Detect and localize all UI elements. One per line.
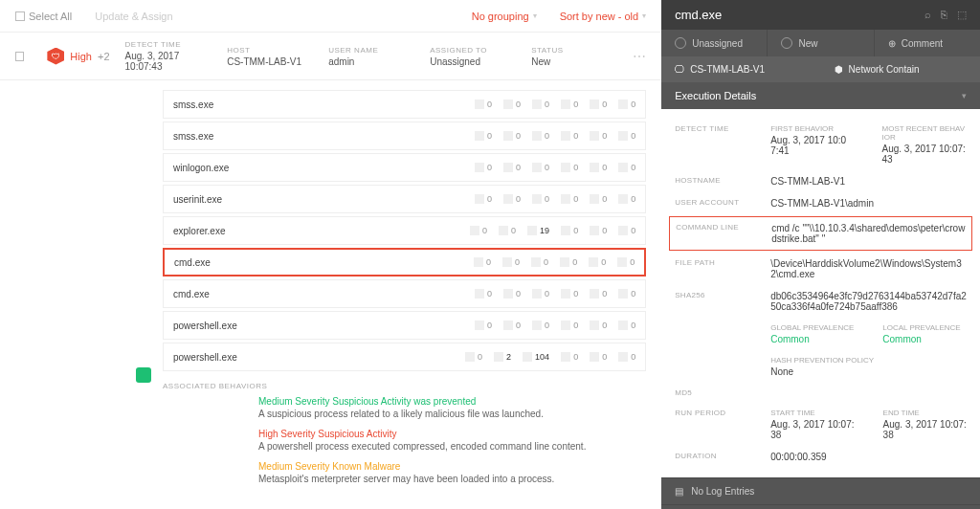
row-checkbox[interactable] <box>15 52 24 61</box>
stat-item: 0 <box>618 226 635 235</box>
svg-rect-49 <box>494 352 503 362</box>
user-icon <box>675 37 686 49</box>
svg-rect-11 <box>618 131 628 141</box>
severity-badge-icon: 🛡 <box>47 48 64 65</box>
svg-rect-46 <box>590 321 599 330</box>
behavior-title: Medium Severity Known Malware <box>258 461 646 472</box>
stat-item: 0 <box>590 100 607 109</box>
process-row[interactable]: powershell.exe000000 <box>163 311 646 340</box>
svg-rect-47 <box>618 321 628 330</box>
grouping-dropdown[interactable]: No grouping▾ <box>464 7 545 26</box>
stat-item: 0 <box>561 100 578 109</box>
svg-rect-22 <box>590 194 599 204</box>
stat-item: 0 <box>532 100 549 109</box>
process-name: cmd.exe <box>173 289 475 299</box>
svg-rect-3 <box>561 100 570 109</box>
stat-item: 0 <box>618 352 635 362</box>
stat-item: 0 <box>590 194 607 204</box>
stat-item: 0 <box>475 194 492 204</box>
hierarchy-icon[interactable]: ⬚ <box>957 9 967 21</box>
copy-icon[interactable]: ⎘ <box>941 9 947 21</box>
svg-rect-17 <box>618 163 628 172</box>
select-all-button[interactable]: Select All <box>8 7 79 26</box>
stat-item: 0 <box>502 257 520 267</box>
process-row[interactable]: explorer.exe0019000 <box>163 216 646 245</box>
stat-item: 0 <box>475 321 492 330</box>
stat-item: 0 <box>503 321 521 330</box>
file-details[interactable]: ▦File Details <box>661 504 980 509</box>
svg-rect-27 <box>561 226 570 235</box>
stat-item: 19 <box>527 226 549 235</box>
process-row[interactable]: smss.exe000000 <box>163 90 646 119</box>
search-icon[interactable]: ⌕ <box>924 9 931 21</box>
svg-rect-21 <box>561 194 570 204</box>
svg-rect-34 <box>589 257 598 267</box>
stat-item: 0 <box>618 321 635 330</box>
svg-rect-23 <box>618 194 628 204</box>
svg-rect-9 <box>561 131 570 141</box>
host-cell[interactable]: 🖵CS-TMM-LAB-V1 <box>661 56 820 82</box>
process-row[interactable]: powershell.exe02104000 <box>163 343 646 371</box>
stat-item: 0 <box>561 194 578 204</box>
process-row[interactable]: userinit.exe000000 <box>163 185 646 213</box>
stat-item: 104 <box>523 352 549 362</box>
svg-rect-51 <box>561 352 570 362</box>
monitor-icon: 🖵 <box>675 64 684 75</box>
stat-item: 0 <box>590 163 607 172</box>
svg-rect-18 <box>475 194 484 204</box>
behavior-item[interactable]: Medium Severity Known MalwareMetasploit'… <box>258 461 646 484</box>
stat-item: 0 <box>617 257 635 267</box>
extra-count: +2 <box>98 51 110 62</box>
no-log-entries[interactable]: ▤No Log Entries <box>661 477 980 504</box>
behavior-item[interactable]: Medium Severity Suspicious Activity was … <box>258 396 646 419</box>
more-menu[interactable]: ⋯ <box>633 49 646 64</box>
behavior-item[interactable]: High Severity Suspicious ActivityA power… <box>258 429 646 452</box>
log-icon: ▤ <box>675 486 683 497</box>
stat-item: 0 <box>590 352 607 362</box>
svg-rect-16 <box>590 163 599 172</box>
stat-item: 0 <box>475 131 492 141</box>
process-row[interactable]: winlogon.exe000000 <box>163 153 646 182</box>
svg-rect-48 <box>465 352 475 362</box>
svg-rect-14 <box>532 163 542 172</box>
process-row[interactable]: smss.exe000000 <box>163 122 646 150</box>
svg-rect-35 <box>617 257 627 267</box>
contain-cell[interactable]: ⬢Network Contain <box>821 56 980 82</box>
svg-rect-30 <box>474 257 483 267</box>
svg-rect-50 <box>523 352 532 362</box>
update-assign-button[interactable]: Update & Assign <box>87 7 180 26</box>
stat-item: 0 <box>503 289 521 299</box>
svg-rect-33 <box>560 257 569 267</box>
stat-item: 0 <box>618 163 635 172</box>
exec-details-header[interactable]: Execution Details▾ <box>661 82 980 109</box>
process-name: powershell.exe <box>173 321 475 331</box>
comment-cell[interactable]: ⊕Comment <box>875 30 980 56</box>
process-row[interactable]: cmd.exe000000 <box>163 248 646 277</box>
svg-rect-36 <box>475 289 484 299</box>
sort-dropdown[interactable]: Sort by new - old▾ <box>552 7 655 26</box>
svg-rect-5 <box>618 100 628 109</box>
svg-rect-8 <box>532 131 542 141</box>
stat-item: 0 <box>561 352 578 362</box>
process-name: cmd.exe <box>174 257 474 268</box>
stat-item: 0 <box>561 226 578 235</box>
svg-rect-42 <box>475 321 484 330</box>
behavior-title: High Severity Suspicious Activity <box>258 429 646 439</box>
stat-item: 0 <box>561 321 578 330</box>
status-cell[interactable]: New <box>768 30 874 56</box>
svg-rect-10 <box>590 131 599 141</box>
stat-item: 2 <box>494 352 511 362</box>
process-name: smss.exe <box>173 131 475 142</box>
svg-rect-45 <box>561 321 570 330</box>
svg-rect-13 <box>503 163 513 172</box>
assoc-behaviors-label: ASSOCIATED BEHAVIORS <box>163 382 646 390</box>
stat-item: 0 <box>475 100 492 109</box>
stat-item: 0 <box>589 257 606 267</box>
chevron-down-icon: ▾ <box>962 91 967 100</box>
process-row[interactable]: cmd.exe000000 <box>163 279 646 308</box>
svg-rect-43 <box>503 321 513 330</box>
plus-icon: ⊕ <box>888 38 896 49</box>
svg-rect-44 <box>532 321 542 330</box>
assign-cell[interactable]: Unassigned <box>661 30 768 56</box>
behavior-desc: Metasploit's meterpreter server may have… <box>258 474 646 484</box>
